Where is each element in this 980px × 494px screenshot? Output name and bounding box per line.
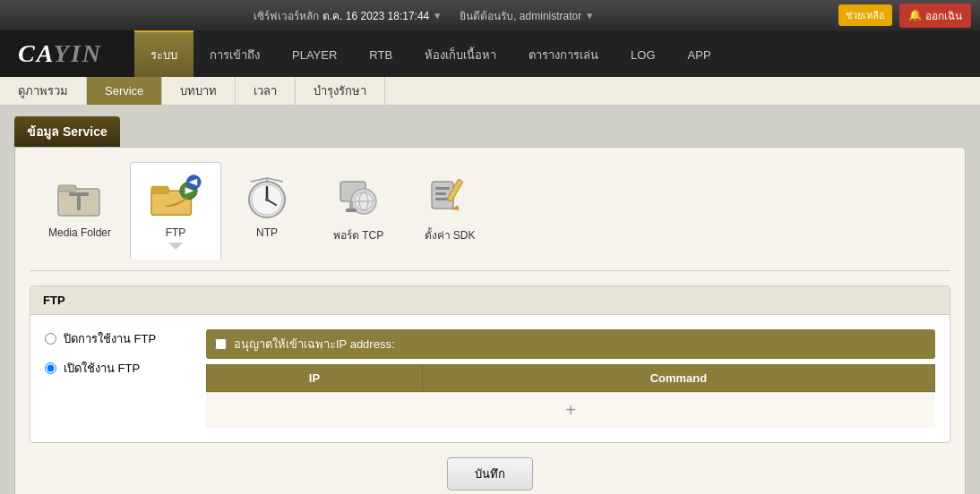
ftp-label: FTP <box>166 226 186 239</box>
sub-nav: ดูภาพรวม Service บทบาท เวลา บำรุงรักษา <box>0 77 980 106</box>
main-nav-tab-rtb[interactable]: RTB <box>353 30 408 77</box>
top-bar: เซิร์ฟเวอร์หลัก ต.ค. 16 2023 18:17:44 ▼ … <box>0 0 980 30</box>
help-button[interactable]: ช่วยเหลือ <box>838 4 892 26</box>
logo: CAYIN <box>18 39 102 68</box>
tcp-port-icon <box>331 172 385 221</box>
logo-area: CAYIN <box>0 30 134 77</box>
service-icon-media-folder[interactable]: Media Folder <box>30 162 130 260</box>
datetime-display: ต.ค. 16 2023 18:17:44 <box>322 7 429 24</box>
main-nav-tab-schedule[interactable]: ตารางการเล่น <box>512 30 615 77</box>
ip-allow-row: อนุญาตให้เข้าเฉพาะIP address: <box>206 329 935 359</box>
add-icon: + <box>565 400 576 420</box>
ntp-icon <box>240 172 294 221</box>
service-icon-sdk[interactable]: ตั้งค่า SDK <box>404 162 495 260</box>
tcp-port-label: พอร์ต TCP <box>333 226 383 243</box>
logout-button[interactable]: 🔔 ออกเฉิน <box>899 4 971 28</box>
logout-label: ออกเฉิน <box>925 7 962 24</box>
media-folder-label: Media Folder <box>48 226 111 239</box>
ip-allow-checkbox[interactable] <box>215 338 227 350</box>
ftp-options: ปิดการใช้งาน FTP เปิดใช้งาน FTP <box>45 329 188 428</box>
svg-rect-26 <box>435 198 448 200</box>
ftp-disable-option[interactable]: ปิดการใช้งาน FTP <box>45 329 188 348</box>
top-bar-right: ช่วยเหลือ 🔔 ออกเฉิน <box>838 4 971 28</box>
svg-rect-25 <box>435 192 446 195</box>
section-header: ข้อมูล Service <box>14 116 120 147</box>
service-icon-ftp[interactable]: FTP <box>130 162 221 260</box>
ftp-section: FTP ปิดการใช้งาน FTP เปิดใช้งาน FTP <box>30 285 950 443</box>
sub-nav-tab-role[interactable]: บทบาท <box>162 77 236 105</box>
sub-nav-tab-overview[interactable]: ดูภาพรวม <box>0 77 87 105</box>
user-dropdown-icon[interactable]: ▼ <box>585 11 594 21</box>
ftp-enable-radio[interactable] <box>45 362 56 374</box>
svg-rect-22 <box>346 209 357 212</box>
sdk-label: ตั้งค่า SDK <box>425 226 476 243</box>
main-nav-tab-storage[interactable]: ห้องเก็บเนื้อหา <box>408 30 512 77</box>
ftp-ip-section: อนุญาตให้เข้าเฉพาะIP address: IP Command <box>206 329 935 428</box>
header: CAYIN ระบบ การเข้าถึง PLAYER RTB ห้องเก็… <box>0 30 980 77</box>
logout-icon: 🔔 <box>908 9 922 21</box>
sdk-icon <box>423 172 477 221</box>
svg-rect-3 <box>77 196 81 210</box>
media-folder-icon <box>53 172 107 221</box>
ip-allow-label: อนุญาตให้เข้าเฉพาะIP address: <box>234 335 395 353</box>
command-col-header: Command <box>422 365 934 392</box>
top-bar-center: เซิร์ฟเวอร์หลัก ต.ค. 16 2023 18:17:44 ▼ … <box>254 7 594 24</box>
save-button[interactable]: บันทึก <box>447 457 533 490</box>
server-label: เซิร์ฟเวอร์หลัก <box>254 7 319 24</box>
ftp-enable-label: เปิดใช้งาน FTP <box>64 359 140 378</box>
ftp-section-header: FTP <box>30 286 950 315</box>
ip-col-header: IP <box>207 365 423 392</box>
add-ip-button[interactable]: + <box>206 392 935 428</box>
sub-nav-tab-time[interactable]: เวลา <box>236 77 296 105</box>
svg-rect-5 <box>151 186 168 193</box>
ftp-disable-label: ปิดการใช้งาน FTP <box>64 329 156 348</box>
svg-rect-2 <box>69 192 89 196</box>
service-icon-ntp[interactable]: NTP <box>221 162 313 260</box>
svg-rect-24 <box>435 187 450 190</box>
ntp-label: NTP <box>256 226 278 239</box>
svg-rect-1 <box>58 185 76 192</box>
save-area: บันทึก <box>30 457 950 490</box>
main-card: Media Folder <box>14 147 966 494</box>
main-nav: ระบบ การเข้าถึง PLAYER RTB ห้องเก็บเนื้อ… <box>134 30 980 77</box>
service-icon-tcp-port[interactable]: พอร์ต TCP <box>313 162 404 260</box>
main-nav-tab-player[interactable]: PLAYER <box>276 30 353 77</box>
main-nav-tab-log[interactable]: LOG <box>615 30 671 77</box>
ftp-enable-option[interactable]: เปิดใช้งาน FTP <box>45 359 188 378</box>
ftp-icon <box>149 172 202 221</box>
datetime-dropdown-icon[interactable]: ▼ <box>433 11 442 21</box>
welcome-text: ยินดีต้อนรับ, administrator <box>460 7 581 24</box>
ftp-content: ปิดการใช้งาน FTP เปิดใช้งาน FTP อนุญาตให… <box>30 315 950 442</box>
ftp-disable-radio[interactable] <box>45 333 56 345</box>
main-nav-tab-system[interactable]: ระบบ <box>134 30 193 77</box>
sub-nav-tab-maintenance[interactable]: บำรุงรักษา <box>296 77 385 105</box>
sub-nav-tab-service[interactable]: Service <box>87 77 162 105</box>
svg-point-14 <box>265 198 269 201</box>
ip-table: IP Command <box>206 364 935 392</box>
service-icons: Media Folder <box>30 162 950 271</box>
page-content: ข้อมูล Service Media Folder <box>0 106 980 494</box>
main-nav-tab-access[interactable]: การเข้าถึง <box>193 30 276 77</box>
main-nav-tab-app[interactable]: APP <box>672 30 727 77</box>
